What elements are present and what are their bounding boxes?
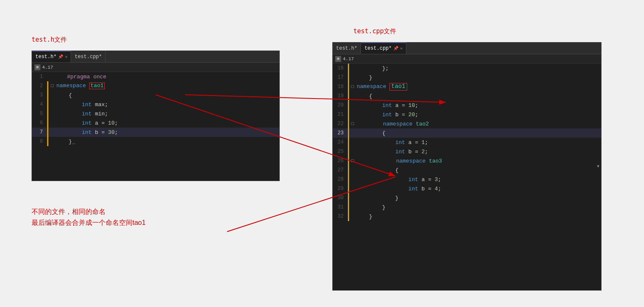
- line-num-1: 1: [32, 74, 47, 80]
- right-code-line-31: 31 }: [333, 203, 601, 212]
- right-code-content-17: }: [355, 75, 372, 81]
- line-num-2: 2: [32, 83, 47, 89]
- right-code-line-23: 23 {: [333, 128, 601, 138]
- right-line-num-18: 18: [333, 84, 348, 90]
- gutter-bar-32: [348, 212, 349, 221]
- right-code-line-22: 22 □ namespace tao2: [333, 119, 601, 128]
- right-code-content-26: namespace tao3: [356, 158, 442, 164]
- right-line-num-30: 30: [333, 195, 348, 201]
- right-code-content-23: {: [355, 130, 389, 136]
- left-editor-panel: test.h* 📌 ✕ test.cpp* ⊞ 4.17 1 #pragma o…: [32, 51, 280, 181]
- collapse-22[interactable]: □: [349, 121, 356, 126]
- code-content-3: {: [55, 92, 72, 99]
- collapse-18[interactable]: □: [349, 84, 356, 89]
- left-tab-test-h[interactable]: test.h* 📌 ✕: [32, 51, 71, 62]
- close-icon[interactable]: ✕: [65, 54, 67, 59]
- right-code-content-29: int b = 4;: [355, 186, 441, 192]
- right-line-num-29: 29: [333, 186, 348, 192]
- line-num-4: 4: [32, 101, 47, 107]
- code-line-4: 4 int max;: [32, 100, 279, 109]
- right-code-content-20: int a = 10;: [355, 102, 418, 109]
- right-code-content-24: int a = 1;: [355, 139, 428, 146]
- right-info-version: 4.17: [343, 56, 354, 61]
- info-icon: ⊞: [34, 64, 40, 70]
- right-code-content-22: namespace tao2: [356, 121, 429, 127]
- right-line-num-20: 20: [333, 102, 348, 108]
- gutter-bar-8: [47, 137, 48, 146]
- right-code-line-30: 30 }: [333, 193, 601, 203]
- gutter-bar-21: [348, 110, 349, 119]
- annotation-line1: 不同的文件，相同的命名: [32, 206, 146, 217]
- pin-icon-right: 📌: [393, 46, 398, 51]
- gutter-bar-19: [348, 91, 349, 101]
- gutter-bar-4: [47, 100, 48, 109]
- pin-icon: 📌: [58, 54, 63, 59]
- code-line-6: 6 int a = 10;: [32, 118, 279, 128]
- right-line-num-25: 25: [333, 149, 348, 155]
- right-tab-test-h-label: test.h*: [336, 45, 357, 51]
- line-num-6: 6: [32, 120, 47, 126]
- right-tab-test-cpp[interactable]: test.cpp* 📌 ✕: [361, 43, 406, 54]
- code-content-6: int a = 10;: [55, 120, 118, 126]
- right-code-content-25: int b = 2;: [355, 149, 428, 155]
- right-code-line-28: 28 int a = 3;: [333, 175, 601, 184]
- code-content-1: #pragma once: [53, 74, 106, 80]
- right-code-line-29: 29 int b = 4;: [333, 184, 601, 193]
- annotation-line2: 最后编译器会合并成一个命名空间tao1: [32, 217, 146, 228]
- left-tab-bar: test.h* 📌 ✕ test.cpp*: [32, 51, 279, 63]
- right-code-line-27: 27 {: [333, 166, 601, 175]
- annotation-text: 不同的文件，相同的命名 最后编译器会合并成一个命名空间tao1: [32, 206, 146, 228]
- left-code-area: 1 #pragma once 2 □ namespace tao1 3 { 4 …: [32, 72, 279, 146]
- code-content-8: }_: [55, 139, 75, 145]
- gutter-bar-31: [348, 203, 349, 212]
- gutter-bar-2: [47, 81, 48, 91]
- code-line-3: 3 {: [32, 91, 279, 100]
- gutter-bar-16: [348, 64, 349, 73]
- right-line-num-16: 16: [333, 65, 348, 71]
- gutter-bar-23: [348, 128, 349, 138]
- right-line-num-22: 22: [333, 121, 348, 127]
- left-tab-test-h-label: test.h*: [35, 54, 56, 60]
- close-icon-right[interactable]: ✕: [400, 46, 403, 51]
- gutter-bar-28: [348, 175, 349, 184]
- left-info-bar: ⊞ 4.17: [32, 63, 279, 72]
- gutter-bar-27: [348, 166, 349, 175]
- right-line-num-19: 19: [333, 93, 348, 99]
- dropdown-arrow[interactable]: ▼: [597, 164, 599, 169]
- ns-box-right: tao1: [390, 83, 407, 90]
- gutter-bar-24: [348, 138, 349, 147]
- collapse-2[interactable]: □: [49, 83, 56, 88]
- right-line-num-17: 17: [333, 75, 348, 80]
- right-code-content-28: int a = 3;: [355, 176, 441, 183]
- right-line-num-24: 24: [333, 139, 348, 145]
- code-content-5: int min;: [55, 111, 108, 117]
- right-info-bar: ⊞ 4.17: [333, 54, 601, 64]
- right-code-area: 16 }; 17 } 18 □ namespace tao1 19 {: [333, 64, 601, 221]
- left-tab-test-cpp[interactable]: test.cpp*: [71, 51, 106, 62]
- gutter-bar-30: [348, 193, 349, 203]
- line-num-8: 8: [32, 139, 47, 144]
- right-code-line-26: 26 □ namespace tao3: [333, 156, 601, 166]
- right-code-content-21: int b = 20;: [355, 112, 418, 118]
- right-code-content-27: {: [355, 167, 398, 174]
- right-line-num-26: 26: [333, 158, 348, 164]
- gutter-bar-7: [47, 128, 48, 137]
- right-code-content-31: }: [355, 204, 385, 211]
- right-code-line-32: 32 }: [333, 212, 601, 221]
- code-content-7: int b = 30;: [55, 129, 118, 136]
- gutter-bar-20: [348, 101, 349, 110]
- right-line-num-32: 32: [333, 214, 348, 219]
- gutter-bar-6: [47, 118, 48, 128]
- left-file-label: test.h文件: [32, 36, 67, 44]
- right-code-line-21: 21 int b = 20;: [333, 110, 601, 119]
- code-line-8: 8 }_: [32, 137, 279, 146]
- right-code-line-16: 16 };: [333, 64, 601, 73]
- right-file-label: test.cpp文件: [353, 27, 396, 35]
- collapse-26[interactable]: □: [349, 158, 356, 163]
- gutter-bar-29: [348, 184, 349, 193]
- line-num-3: 3: [32, 92, 47, 98]
- right-code-content-30: }: [355, 195, 398, 201]
- right-code-line-25: 25 int b = 2;: [333, 147, 601, 156]
- right-tab-test-h[interactable]: test.h*: [333, 43, 361, 54]
- right-code-content-19: {: [355, 93, 372, 99]
